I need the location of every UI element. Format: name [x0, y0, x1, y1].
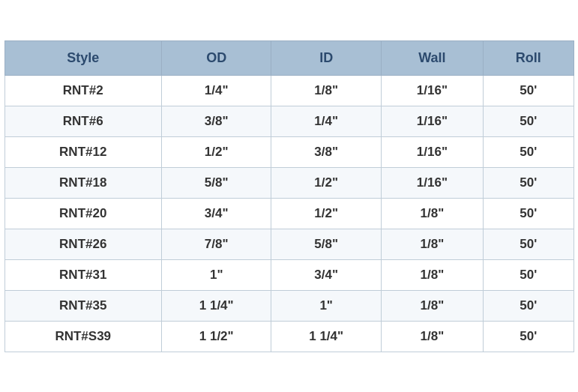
cell-r0-c1: 1/4"	[161, 75, 271, 106]
cell-r5-c4: 50'	[484, 229, 574, 259]
cell-r0-c0: RNT#2	[4, 75, 161, 106]
cell-r6-c2: 3/4"	[271, 259, 381, 290]
table-row: RNT#267/8"5/8"1/8"50'	[4, 229, 574, 259]
cell-r7-c0: RNT#35	[4, 290, 161, 321]
header-row: Style OD ID Wall Roll	[4, 40, 574, 75]
cell-r8-c0: RNT#S39	[4, 321, 161, 352]
specs-table: Style OD ID Wall Roll RNT#21/4"1/8"1/16"…	[4, 40, 574, 352]
cell-r0-c4: 50'	[484, 75, 574, 106]
table-row: RNT#203/4"1/2"1/8"50'	[4, 198, 574, 229]
cell-r1-c1: 3/8"	[161, 106, 271, 136]
cell-r6-c3: 1/8"	[381, 259, 483, 290]
cell-r4-c0: RNT#20	[4, 198, 161, 229]
cell-r2-c1: 1/2"	[161, 136, 271, 167]
cell-r8-c3: 1/8"	[381, 321, 483, 352]
col-header-wall: Wall	[381, 40, 483, 75]
cell-r5-c2: 5/8"	[271, 229, 381, 259]
cell-r0-c3: 1/16"	[381, 75, 483, 106]
table-row: RNT#185/8"1/2"1/16"50'	[4, 167, 574, 198]
cell-r0-c2: 1/8"	[271, 75, 381, 106]
cell-r3-c1: 5/8"	[161, 167, 271, 198]
table-row: RNT#21/4"1/8"1/16"50'	[4, 75, 574, 106]
cell-r5-c1: 7/8"	[161, 229, 271, 259]
cell-r5-c3: 1/8"	[381, 229, 483, 259]
cell-r6-c0: RNT#31	[4, 259, 161, 290]
cell-r4-c2: 1/2"	[271, 198, 381, 229]
col-header-roll: Roll	[484, 40, 574, 75]
cell-r2-c2: 3/8"	[271, 136, 381, 167]
cell-r1-c4: 50'	[484, 106, 574, 136]
cell-r4-c1: 3/4"	[161, 198, 271, 229]
cell-r5-c0: RNT#26	[4, 229, 161, 259]
col-header-id: ID	[271, 40, 381, 75]
table-row: RNT#351 1/4"1"1/8"50'	[4, 290, 574, 321]
cell-r8-c4: 50'	[484, 321, 574, 352]
cell-r2-c3: 1/16"	[381, 136, 483, 167]
table-row: RNT#63/8"1/4"1/16"50'	[4, 106, 574, 136]
table-row: RNT#S391 1/2"1 1/4"1/8"50'	[4, 321, 574, 352]
cell-r1-c2: 1/4"	[271, 106, 381, 136]
cell-r3-c2: 1/2"	[271, 167, 381, 198]
cell-r3-c0: RNT#18	[4, 167, 161, 198]
cell-r8-c2: 1 1/4"	[271, 321, 381, 352]
cell-r8-c1: 1 1/2"	[161, 321, 271, 352]
cell-r2-c0: RNT#12	[4, 136, 161, 167]
cell-r4-c3: 1/8"	[381, 198, 483, 229]
table-row: RNT#121/2"3/8"1/16"50'	[4, 136, 574, 167]
cell-r6-c4: 50'	[484, 259, 574, 290]
cell-r7-c4: 50'	[484, 290, 574, 321]
col-header-od: OD	[161, 40, 271, 75]
cell-r4-c4: 50'	[484, 198, 574, 229]
cell-r7-c2: 1"	[271, 290, 381, 321]
cell-r1-c3: 1/16"	[381, 106, 483, 136]
cell-r2-c4: 50'	[484, 136, 574, 167]
table-container: Style OD ID Wall Roll RNT#21/4"1/8"1/16"…	[0, 0, 578, 392]
cell-r1-c0: RNT#6	[4, 106, 161, 136]
cell-r7-c1: 1 1/4"	[161, 290, 271, 321]
col-header-style: Style	[4, 40, 161, 75]
cell-r6-c1: 1"	[161, 259, 271, 290]
cell-r7-c3: 1/8"	[381, 290, 483, 321]
table-row: RNT#311"3/4"1/8"50'	[4, 259, 574, 290]
cell-r3-c4: 50'	[484, 167, 574, 198]
cell-r3-c3: 1/16"	[381, 167, 483, 198]
